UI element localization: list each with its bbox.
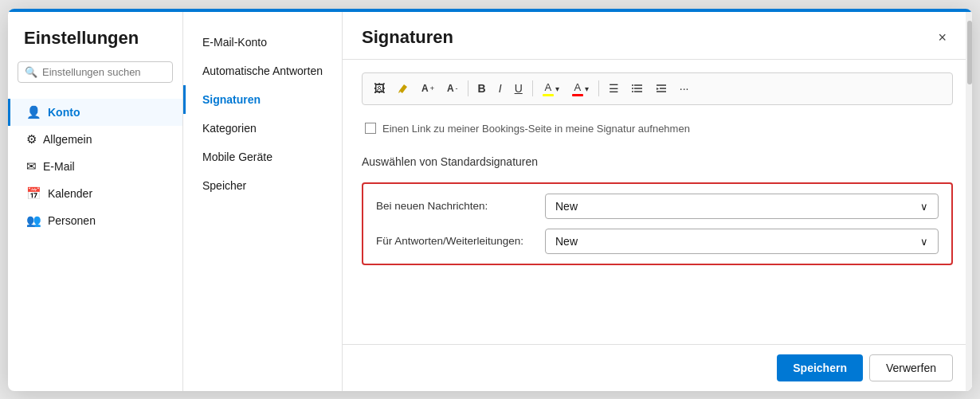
sidebar-search-container[interactable]: 🔍 [18,61,173,83]
replies-chevron [920,235,928,248]
toolbar-sep-3 [598,80,599,96]
replies-select[interactable]: New [545,229,939,254]
toolbar-sep-1 [468,80,468,96]
svg-point-3 [632,84,633,86]
bold-button[interactable]: B [473,79,491,98]
main-header: Signaturen × [343,12,972,60]
calendar-icon: 📅 [26,186,41,201]
bookings-row: Einen Link zu meiner Bookings-Seite in m… [362,116,953,141]
dropdown-selection-box: Bei neuen Nachrichten: New Für Antworten… [362,182,953,265]
italic-button[interactable]: I [494,79,507,98]
standards-label: Auswählen von Standardsignaturen [362,152,953,171]
font-decrease-button[interactable]: A- [442,80,463,97]
people-icon: 👥 [26,213,41,228]
underline-button[interactable]: U [510,79,527,98]
new-messages-select[interactable]: New [545,194,939,219]
replies-row: Für Antworten/Weiterleitungen: New [376,229,939,254]
sidebar-nav: 👤 Konto ⚙ Allgemein ✉ E-Mail 📅 Kalender … [8,99,182,234]
sidebar-item-kalender[interactable]: 📅 Kalender [8,180,182,207]
search-icon: 🔍 [25,66,37,78]
gear-icon: ⚙ [26,132,37,147]
center-nav-auto-antworten[interactable]: Automatische Antworten [183,57,342,85]
sidebar-item-kalender-label: Kalender [48,187,92,200]
mail-icon: ✉ [26,159,37,174]
svg-point-5 [632,91,633,92]
new-messages-label: Bei neuen Nachrichten: [376,200,535,212]
formatting-toolbar: 🖼 A+ A- B I U [362,72,953,105]
save-button[interactable]: Speichern [777,354,863,381]
indent-button[interactable] [651,80,672,97]
new-messages-chevron [920,200,928,213]
sidebar-item-konto-label: Konto [48,106,80,119]
sidebar-item-email-label: E-Mail [43,160,75,173]
main-content: Signaturen × 🖼 A+ A- B [343,12,972,391]
center-nav: E-Mail-Konto Automatische Antworten Sign… [183,12,343,391]
replies-value: New [555,235,578,248]
draw-button[interactable] [393,80,414,97]
list-button[interactable] [627,80,648,97]
font-increase-button[interactable]: A+ [417,80,439,97]
sidebar-item-konto[interactable]: 👤 Konto [8,99,182,126]
sidebar-item-personen-label: Personen [48,214,96,227]
center-nav-email-konto[interactable]: E-Mail-Konto [183,28,342,57]
sidebar-title: Einstellungen [8,28,182,58]
bookings-checkbox[interactable] [365,123,376,134]
align-button[interactable]: ☰ [604,79,624,98]
person-icon: 👤 [26,105,41,119]
highlight-button[interactable]: A ▾ [538,78,564,100]
image-button[interactable]: 🖼 [369,79,390,98]
scrollbar-track [966,12,972,391]
svg-point-4 [632,88,633,89]
center-nav-speicher[interactable]: Speicher [183,171,342,200]
main-inner: 🖼 A+ A- B I U [343,60,972,344]
center-nav-mobile[interactable]: Mobile Geräte [183,143,342,171]
new-messages-value: New [555,200,578,213]
bookings-label: Einen Link zu meiner Bookings-Seite in m… [382,123,690,135]
modal-footer: Speichern Verwerfen [343,344,972,391]
new-messages-row: Bei neuen Nachrichten: New [376,194,939,219]
more-button[interactable]: ··· [675,79,694,98]
scrollbar-thumb[interactable] [967,21,972,84]
replies-label: Für Antworten/Weiterleitungen: [376,235,535,247]
modal-body: Einstellungen 🔍 👤 Konto ⚙ Allgemein ✉ E-… [8,12,972,391]
toolbar-sep-2 [532,80,533,96]
sidebar: Einstellungen 🔍 👤 Konto ⚙ Allgemein ✉ E-… [8,12,183,391]
page-title: Signaturen [362,27,453,48]
search-input[interactable] [42,66,166,78]
discard-button[interactable]: Verwerfen [869,354,953,381]
center-nav-kategorien[interactable]: Kategorien [183,114,342,143]
sidebar-item-allgemein[interactable]: ⚙ Allgemein [8,126,182,153]
sidebar-item-email[interactable]: ✉ E-Mail [8,153,182,180]
close-button[interactable]: × [931,26,953,49]
center-nav-signaturen[interactable]: Signaturen [183,85,342,114]
font-color-button[interactable]: A ▾ [567,78,594,100]
sidebar-item-allgemein-label: Allgemein [43,133,92,146]
settings-modal: Einstellungen 🔍 👤 Konto ⚙ Allgemein ✉ E-… [8,9,972,391]
sidebar-item-personen[interactable]: 👥 Personen [8,207,182,234]
